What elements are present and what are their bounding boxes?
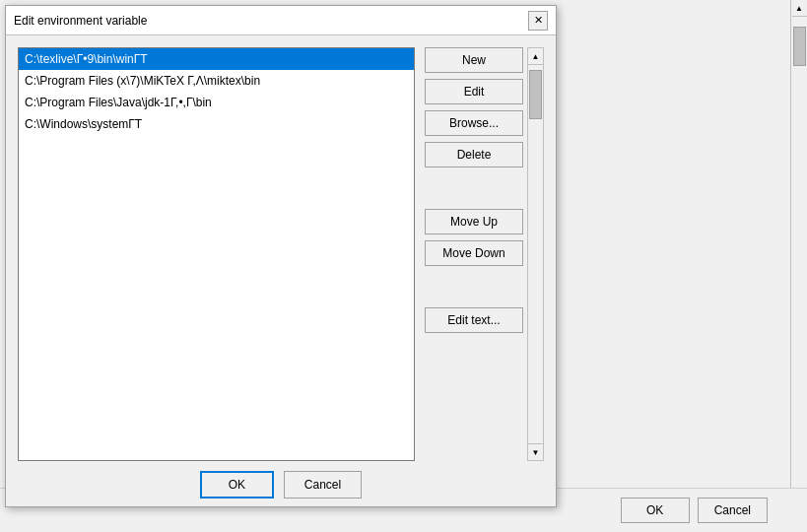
delete-button[interactable]: Delete <box>425 142 523 167</box>
env-listbox[interactable]: C:\texlive\Г•9\bin\winГТ C:\Program File… <box>18 47 415 461</box>
list-item <box>19 287 414 308</box>
bg-scroll-up-arrow[interactable]: ▲ <box>792 0 807 17</box>
list-item <box>19 265 414 287</box>
list-item <box>19 178 414 200</box>
main-area: C:\texlive\Г•9\bin\winГТ C:\Program File… <box>18 47 544 461</box>
list-item[interactable]: C:\Program Files (x\7)\MiKTeX Г,Λ\miktex… <box>19 70 414 92</box>
edit-button[interactable]: Edit <box>425 79 523 104</box>
action-buttons: New Edit Browse... Delete Move Up Move D… <box>425 47 523 461</box>
edit-env-dialog: Edit environment variable ✕ C:\texlive\Г… <box>5 5 557 507</box>
dialog-title: Edit environment variable <box>14 14 147 28</box>
button-spacer-2 <box>425 272 523 301</box>
dialog-bottom-buttons: OK Cancel <box>18 461 544 499</box>
background-scrollbar: ▲ ▼ <box>790 0 807 532</box>
move-up-button[interactable]: Move Up <box>425 209 523 234</box>
cancel-button[interactable]: Cancel <box>284 471 362 499</box>
move-down-button[interactable]: Move Down <box>425 240 523 266</box>
list-item <box>19 135 414 157</box>
list-item <box>19 243 414 265</box>
right-panel: New Edit Browse... Delete Move Up Move D… <box>425 47 544 461</box>
dialog-close-button[interactable]: ✕ <box>528 11 548 31</box>
list-item[interactable]: C:\texlive\Г•9\bin\winГТ <box>19 48 414 70</box>
side-scroll-down-arrow[interactable]: ▼ <box>528 443 543 460</box>
list-item <box>19 157 414 178</box>
ok-button[interactable]: OK <box>200 471 274 499</box>
listbox-container: C:\texlive\Г•9\bin\winГТ C:\Program File… <box>18 47 415 461</box>
dialog-titlebar: Edit environment variable ✕ <box>6 6 556 35</box>
bg-scroll-track <box>792 17 807 515</box>
side-scrollbar: ▲ ▼ <box>527 47 544 461</box>
list-item <box>19 352 414 373</box>
list-item <box>19 330 414 352</box>
button-spacer <box>425 173 523 203</box>
browse-button[interactable]: Browse... <box>425 110 523 136</box>
side-scroll-thumb[interactable] <box>529 70 542 119</box>
side-scroll-up-arrow[interactable]: ▲ <box>528 48 543 65</box>
outer-cancel-button[interactable]: Cancel <box>698 498 768 523</box>
list-item[interactable]: C:\Windows\systemГТ <box>19 113 414 135</box>
list-item <box>19 200 414 222</box>
backdrop: ▲ ▼ OK Cancel Edit environment variable … <box>0 0 807 532</box>
edit-text-button[interactable]: Edit text... <box>425 307 523 333</box>
bg-scroll-thumb[interactable] <box>793 27 806 66</box>
list-item[interactable]: C:\Program Files\Java\jdk-1Г,•,Г\bin <box>19 92 414 113</box>
new-button[interactable]: New <box>425 47 523 73</box>
outer-ok-button[interactable]: OK <box>621 498 690 523</box>
list-item <box>19 308 414 330</box>
list-item <box>19 222 414 243</box>
dialog-content: C:\texlive\Г•9\bin\winГТ C:\Program File… <box>6 35 556 506</box>
